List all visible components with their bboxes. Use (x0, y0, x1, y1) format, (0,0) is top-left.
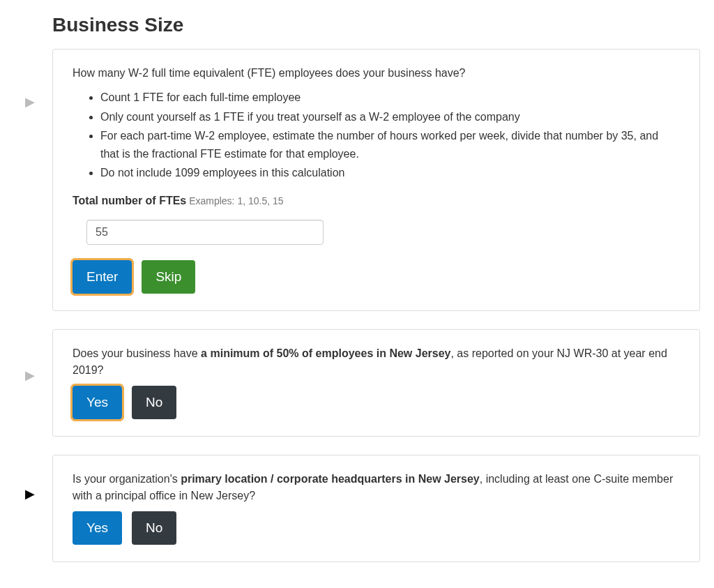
caret-right-icon: ▶ (25, 369, 35, 382)
page-title: Business Size (52, 14, 700, 36)
question-card-nj-employees: ▶ Does your business have a minimum of 5… (52, 329, 700, 437)
yes-button[interactable]: Yes (73, 386, 122, 419)
question-card-nj-hq: ▶ Is your organization's primary locatio… (52, 455, 700, 562)
fte-examples-text: Examples: 1, 10.5, 15 (186, 195, 283, 206)
q3-prefix: Is your organization's (73, 473, 181, 485)
fte-input[interactable] (86, 220, 324, 245)
caret-right-icon: ▶ (25, 96, 35, 108)
list-item: For each part-time W-2 employee, estimat… (100, 127, 680, 163)
q3-bold: primary location / corporate headquarter… (181, 473, 480, 485)
fte-question-text: How many W-2 full time equivalent (FTE) … (73, 65, 680, 82)
nj-employees-question-text: Does your business have a minimum of 50%… (73, 345, 680, 379)
question-card-fte: ▶ How many W-2 full time equivalent (FTE… (52, 49, 700, 311)
nj-hq-question-text: Is your organization's primary location … (73, 471, 680, 504)
list-item: Count 1 FTE for each full-time employee (100, 89, 680, 107)
list-item: Do not include 1099 employees in this ca… (100, 164, 680, 182)
q2-prefix: Does your business have (73, 347, 201, 359)
list-item: Only count yourself as 1 FTE if you trea… (100, 108, 680, 126)
yes-button[interactable]: Yes (73, 511, 122, 545)
no-button[interactable]: No (132, 386, 176, 419)
enter-button[interactable]: Enter (73, 260, 132, 294)
fte-total-label-strong: Total number of FTEs (73, 195, 186, 206)
fte-total-label: Total number of FTEs Examples: 1, 10.5, … (73, 195, 680, 207)
caret-right-icon: ▶ (25, 488, 35, 500)
q2-bold: a minimum of 50% of employees in New Jer… (201, 347, 450, 359)
no-button[interactable]: No (132, 511, 176, 545)
skip-button[interactable]: Skip (142, 260, 195, 294)
fte-instruction-list: Count 1 FTE for each full-time employee … (73, 89, 680, 182)
